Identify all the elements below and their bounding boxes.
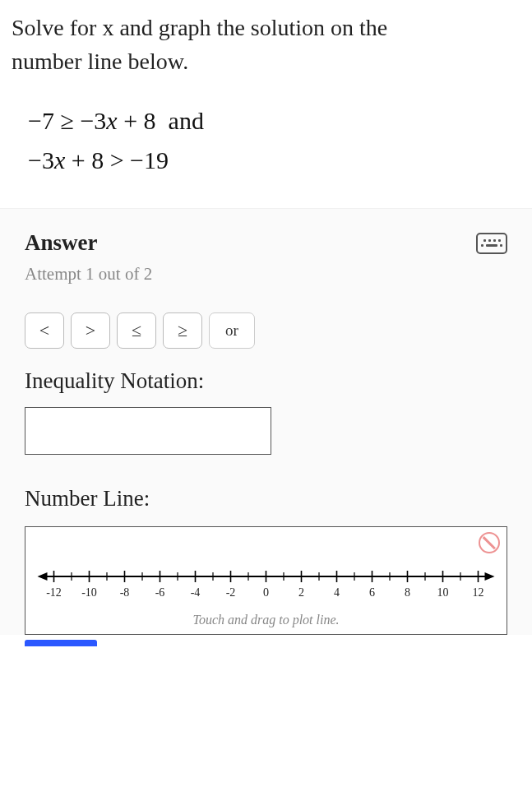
operator-row: < > ≤ ≥ or [25,312,507,349]
tick-label: -2 [226,586,236,599]
numberline-label: Number Line: [25,486,507,511]
clear-icon[interactable] [479,532,500,553]
or-button[interactable]: or [209,312,255,349]
tick-label: -4 [191,586,201,599]
svg-marker-2 [485,572,495,581]
tick-label: 2 [298,586,304,599]
tick-label: 12 [473,586,484,599]
math-line-1: −7 ≥ −3x + 8 and [28,101,520,141]
tick-label: -6 [155,586,165,599]
lt-button[interactable]: < [25,312,64,349]
problem-line-1: Solve for x and graph the solution on th… [12,15,387,40]
le-button[interactable]: ≤ [117,312,156,349]
tick-label: -10 [81,586,97,599]
inequality-label: Inequality Notation: [25,368,507,394]
math-expression: −7 ≥ −3x + 8 and −3x + 8 > −19 [0,78,532,208]
math-line-2: −3x + 8 > −19 [28,141,520,180]
tick-label: 6 [369,586,375,599]
gt-button[interactable]: > [71,312,110,349]
numberline-canvas[interactable]: -12-10-8-6-4-2024681012 [34,565,498,611]
tick-label: -8 [120,586,130,599]
tick-label: 8 [405,586,410,599]
attempt-text: Attempt 1 out of 2 [25,264,507,285]
numberline-hint: Touch and drag to plot line. [34,613,498,627]
tick-label: -12 [46,586,62,599]
submit-button-partial[interactable] [25,640,97,646]
numberline-panel: -12-10-8-6-4-2024681012 Touch and drag t… [25,526,507,635]
svg-marker-1 [38,572,48,581]
bottom-bar [0,638,532,646]
tick-label: 0 [263,586,269,599]
tick-label: 10 [437,586,449,599]
tick-label: 4 [334,586,340,599]
inequality-input[interactable] [25,407,271,455]
keypad-icon[interactable] [476,233,507,254]
problem-line-2: number line below. [12,49,188,74]
ge-button[interactable]: ≥ [163,312,202,349]
answer-title: Answer [25,230,98,256]
